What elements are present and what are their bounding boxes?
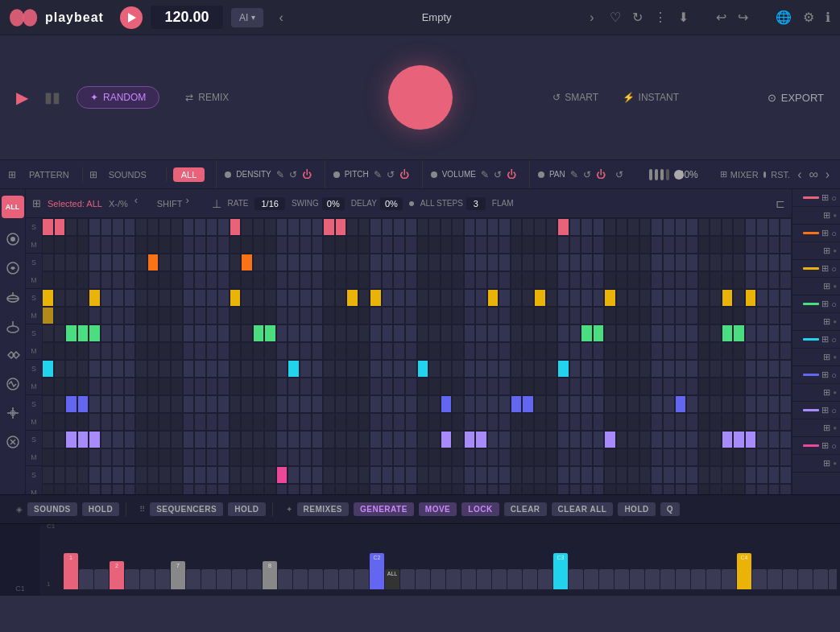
step-cell[interactable] [464,324,476,342]
step-cell[interactable] [663,431,675,448]
step-cell[interactable] [206,378,218,395]
step-cell[interactable] [77,484,89,494]
step-cell[interactable] [42,413,54,431]
track-mute-m-2[interactable]: ● [833,247,837,254]
step-cell[interactable] [475,395,487,413]
step-cell[interactable] [651,271,663,289]
step-cell[interactable] [722,484,734,494]
step-cell[interactable] [604,360,616,378]
step-cell[interactable] [780,413,792,431]
step-cell[interactable] [557,254,569,271]
piano-key[interactable] [660,569,675,589]
step-cell[interactable] [604,218,616,236]
step-cell[interactable] [522,360,534,378]
step-cell[interactable] [675,342,687,360]
step-cell[interactable] [593,395,605,413]
step-cell[interactable] [441,448,453,466]
step-cell[interactable] [464,342,476,360]
track-settings-s-1[interactable]: ⊞ [821,192,829,203]
step-cell[interactable] [452,324,464,342]
step-cell[interactable] [206,484,218,494]
step-cell[interactable] [722,342,734,360]
step-cell[interactable] [593,254,605,271]
step-cell[interactable] [124,378,136,395]
step-cell[interactable] [487,324,499,342]
step-cell[interactable] [288,431,300,448]
step-cell[interactable] [417,271,429,289]
track-icon-6[interactable] [3,374,23,394]
pitch-refresh-icon[interactable]: ↺ [387,169,395,180]
density-power-icon[interactable]: ⏻ [302,169,312,180]
track-settings-m-8[interactable]: ⊞ [823,458,830,469]
step-cell[interactable] [217,254,230,271]
step-cell[interactable] [733,360,745,378]
piano-key[interactable] [829,569,837,589]
step-cell[interactable] [124,218,136,236]
step-cell[interactable] [135,236,147,254]
step-cell[interactable] [159,484,171,494]
step-cell[interactable] [300,448,312,466]
track-mute-s-1[interactable]: ○ [831,193,837,203]
step-cell[interactable] [499,271,511,289]
step-cell[interactable] [756,289,768,307]
step-cell[interactable] [159,289,171,307]
step-cell[interactable] [616,395,628,413]
step-cell[interactable] [722,324,734,342]
step-cell[interactable] [206,342,218,360]
step-cell[interactable] [300,413,312,431]
ctrl-prev-button[interactable]: ‹ [795,165,804,184]
step-cell[interactable] [323,324,335,342]
step-cell[interactable] [569,324,581,342]
step-cell[interactable] [593,378,605,395]
step-cell[interactable] [756,395,768,413]
step-cell[interactable] [147,431,159,448]
step-cell[interactable] [487,466,499,484]
step-cell[interactable] [217,271,230,289]
step-cell[interactable] [276,271,288,289]
step-cell[interactable] [370,342,382,360]
step-cell[interactable] [475,378,487,395]
step-cell[interactable] [241,431,253,448]
step-cell[interactable] [417,342,429,360]
step-cell[interactable] [54,236,66,254]
smart-button[interactable]: ↺ SMART [552,92,598,103]
step-cell[interactable] [358,378,370,395]
step-cell[interactable] [171,484,183,494]
bpm-display[interactable]: 120.00 [151,6,223,29]
step-cell[interactable] [370,307,382,324]
step-cell[interactable] [745,466,757,484]
step-cell[interactable] [101,448,113,466]
piano-key[interactable] [125,569,139,589]
step-cell[interactable] [569,484,581,494]
track-settings-s-5[interactable]: ⊞ [821,334,829,345]
step-cell[interactable] [358,413,370,431]
step-cell[interactable] [698,218,710,236]
step-cell[interactable] [581,254,593,271]
step-cell[interactable] [183,484,195,494]
piano-key[interactable] [217,569,231,589]
step-cell[interactable] [546,307,558,324]
step-cell[interactable] [768,218,780,236]
step-cell[interactable] [264,254,276,271]
step-cell[interactable] [441,324,453,342]
step-cell[interactable] [194,254,206,271]
xm-button[interactable]: X-/% [109,199,128,209]
step-cell[interactable] [475,289,487,307]
step-cell[interactable] [710,218,722,236]
step-cell[interactable] [522,254,534,271]
step-cell[interactable] [393,431,405,448]
step-cell[interactable] [756,378,768,395]
step-cell[interactable] [77,254,89,271]
step-cell[interactable] [323,289,335,307]
step-cell[interactable] [382,413,394,431]
step-cell[interactable] [288,342,300,360]
track-settings-m-6[interactable]: ⊞ [823,387,830,398]
step-cell[interactable] [77,466,89,484]
step-cell[interactable] [253,466,265,484]
step-cell[interactable] [276,307,288,324]
track-mute-m-1[interactable]: ● [833,212,837,219]
step-cell[interactable] [101,431,113,448]
step-cell[interactable] [135,484,147,494]
step-cell[interactable] [253,342,265,360]
step-cell[interactable] [675,395,687,413]
